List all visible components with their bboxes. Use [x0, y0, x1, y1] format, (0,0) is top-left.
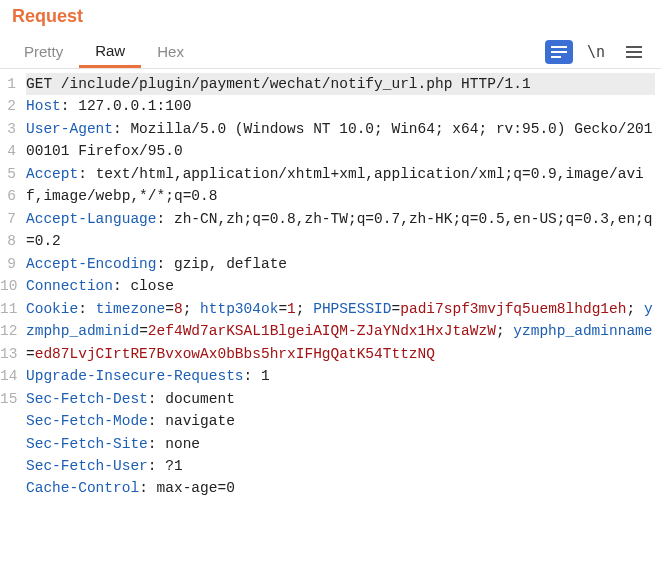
- gutter-number: 6: [0, 185, 18, 207]
- tab-hex[interactable]: Hex: [141, 37, 200, 66]
- gutter-number: 5: [0, 163, 18, 185]
- header-user-agent: User-Agent: Mozilla/5.0 (Windows NT 10.0…: [26, 118, 655, 163]
- gutter-number: 9: [0, 253, 18, 275]
- svg-rect-0: [551, 46, 567, 48]
- header-cache-control: Cache-Control: max-age=0: [26, 477, 655, 499]
- gutter-number: 13: [0, 343, 18, 365]
- header-accept: Accept: text/html,application/xhtml+xml,…: [26, 163, 655, 208]
- svg-rect-5: [626, 56, 642, 58]
- page-title: Request: [0, 0, 661, 35]
- code-area: 123456789101112131415 GET /include/plugi…: [0, 69, 661, 526]
- header-host: Host: 127.0.0.1:100: [26, 95, 655, 117]
- menu-icon[interactable]: [619, 39, 649, 65]
- header-cookie: Cookie: timezone=8; http304ok=1; PHPSESS…: [26, 298, 655, 365]
- empty-line: [26, 500, 655, 522]
- tab-bar: Pretty Raw Hex \n: [0, 35, 661, 69]
- lines-icon[interactable]: [545, 40, 573, 64]
- gutter-number: 14: [0, 365, 18, 387]
- tab-raw[interactable]: Raw: [79, 36, 141, 68]
- newline-icon[interactable]: \n: [581, 39, 611, 65]
- gutter-number: 1: [0, 73, 18, 95]
- gutter-number: 12: [0, 320, 18, 342]
- gutter-number: 4: [0, 140, 18, 162]
- header-connection: Connection: close: [26, 275, 655, 297]
- line-gutter: 123456789101112131415: [0, 69, 22, 526]
- code-lines[interactable]: GET /include/plugin/payment/wechat/notif…: [22, 69, 661, 526]
- header-sec-fetch-site: Sec-Fetch-Site: none: [26, 433, 655, 455]
- request-line: GET /include/plugin/payment/wechat/notif…: [26, 73, 655, 95]
- header-sec-fetch-user: Sec-Fetch-User: ?1: [26, 455, 655, 477]
- header-sec-fetch-mode: Sec-Fetch-Mode: navigate: [26, 410, 655, 432]
- svg-rect-1: [551, 51, 567, 53]
- gutter-number: 11: [0, 298, 18, 320]
- svg-rect-4: [626, 51, 642, 53]
- gutter-number: 3: [0, 118, 18, 140]
- header-sec-fetch-dest: Sec-Fetch-Dest: document: [26, 388, 655, 410]
- svg-rect-2: [551, 56, 561, 58]
- gutter-number: 10: [0, 275, 18, 297]
- header-accept-encoding: Accept-Encoding: gzip, deflate: [26, 253, 655, 275]
- svg-rect-3: [626, 46, 642, 48]
- gutter-number: 7: [0, 208, 18, 230]
- header-upgrade-insecure-requests: Upgrade-Insecure-Requests: 1: [26, 365, 655, 387]
- gutter-number: 2: [0, 95, 18, 117]
- gutter-number: 8: [0, 230, 18, 252]
- tab-pretty[interactable]: Pretty: [8, 37, 79, 66]
- header-accept-language: Accept-Language: zh-CN,zh;q=0.8,zh-TW;q=…: [26, 208, 655, 253]
- gutter-number: 15: [0, 388, 18, 410]
